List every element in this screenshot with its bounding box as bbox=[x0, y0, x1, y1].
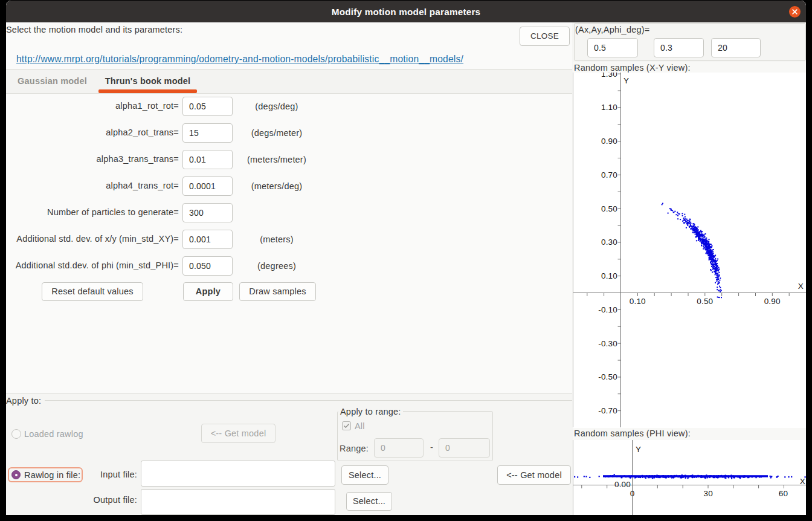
svg-text:0.90: 0.90 bbox=[764, 297, 781, 306]
svg-text:1.30: 1.30 bbox=[601, 73, 617, 79]
svg-text:0.50: 0.50 bbox=[601, 204, 617, 213]
svg-text:-0.10: -0.10 bbox=[598, 305, 617, 314]
svg-text:-0.30: -0.30 bbox=[598, 339, 617, 348]
svg-text:0.90: 0.90 bbox=[601, 137, 617, 146]
svg-text:0.00: 0.00 bbox=[614, 480, 631, 489]
svg-text:0.10: 0.10 bbox=[630, 297, 646, 306]
svg-text:30: 30 bbox=[703, 489, 712, 498]
svg-text:0.70: 0.70 bbox=[601, 170, 617, 180]
svg-text:0.30: 0.30 bbox=[601, 238, 617, 247]
svg-text:X: X bbox=[800, 477, 805, 486]
svg-text:-0.70: -0.70 bbox=[598, 406, 617, 415]
svg-text:1.10: 1.10 bbox=[601, 103, 617, 112]
svg-text:X: X bbox=[798, 282, 804, 291]
svg-text:60: 60 bbox=[779, 489, 788, 498]
svg-text:Y: Y bbox=[636, 445, 641, 454]
svg-text:0.50: 0.50 bbox=[697, 297, 713, 306]
svg-text:0.10: 0.10 bbox=[601, 271, 617, 280]
svg-text:Y: Y bbox=[624, 76, 629, 85]
svg-text:-0.50: -0.50 bbox=[598, 372, 617, 381]
svg-text:0: 0 bbox=[630, 489, 635, 498]
